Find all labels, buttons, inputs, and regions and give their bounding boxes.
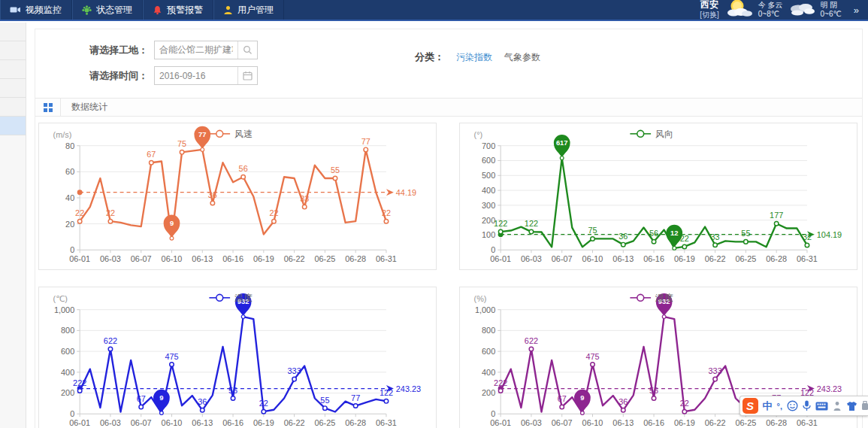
svg-text:9: 9 — [580, 393, 584, 402]
calendar-icon[interactable] — [237, 67, 257, 84]
svg-text:(%): (%) — [474, 294, 487, 303]
svg-text:06-22: 06-22 — [284, 418, 305, 427]
search-icon[interactable] — [237, 41, 257, 59]
sogou-logo-icon[interactable]: S — [742, 398, 758, 414]
weather-tomorrow-desc: 阴 — [830, 1, 837, 9]
svg-text:06-19: 06-19 — [253, 418, 274, 427]
svg-text:77: 77 — [361, 137, 370, 146]
svg-text:06-16: 06-16 — [643, 254, 664, 263]
svg-text:06-10: 06-10 — [582, 418, 603, 427]
nav-item-alert-alarm[interactable]: 预警报警 — [143, 0, 213, 20]
svg-text:06-16: 06-16 — [222, 418, 243, 427]
nav-item-status-manage[interactable]: 状态管理 — [72, 0, 143, 20]
svg-text:06-19: 06-19 — [674, 254, 695, 263]
svg-text:06-16: 06-16 — [222, 254, 243, 263]
chart-panel-wind-speed: 02040608006-0106-0306-0706-1006-1306-160… — [38, 123, 437, 270]
sidebar-item[interactable] — [0, 79, 26, 98]
weather-more-chevron[interactable]: » — [854, 5, 859, 16]
svg-text:333: 333 — [288, 366, 301, 375]
sidebar-item[interactable] — [0, 98, 26, 117]
weather-tomorrow-temp: 0~6℃ — [821, 10, 842, 20]
svg-text:500: 500 — [482, 171, 495, 180]
svg-text:06-19: 06-19 — [253, 254, 274, 263]
svg-text:06-01: 06-01 — [490, 254, 511, 263]
time-input-wrap — [154, 66, 258, 85]
svg-text:06-19: 06-19 — [674, 418, 695, 427]
svg-text:55: 55 — [320, 396, 329, 405]
svg-text:122: 122 — [494, 219, 507, 228]
svg-text:40: 40 — [65, 193, 74, 202]
weather-tomorrow-prefix: 明 — [821, 1, 828, 9]
svg-text:06-28: 06-28 — [345, 418, 366, 427]
emoji-icon[interactable] — [787, 400, 798, 411]
svg-text:67: 67 — [137, 394, 146, 403]
chart-panel-temperature: 02004006008001,00006-0106-0306-0706-1006… — [38, 287, 437, 428]
svg-text:55: 55 — [741, 229, 750, 238]
svg-text:55: 55 — [331, 165, 340, 175]
svg-text:06-07: 06-07 — [552, 254, 573, 263]
svg-text:06-07: 06-07 — [552, 418, 573, 427]
svg-text:33: 33 — [711, 232, 720, 241]
svg-text:06-25: 06-25 — [735, 418, 756, 427]
svg-text:56: 56 — [228, 386, 237, 395]
svg-text:300: 300 — [482, 201, 495, 210]
svg-text:06-10: 06-10 — [162, 254, 183, 263]
svg-text:风向: 风向 — [655, 129, 673, 139]
ime-punctuation-toggle[interactable]: °, — [777, 402, 782, 411]
svg-text:67: 67 — [558, 394, 567, 403]
svg-text:0: 0 — [491, 245, 495, 254]
svg-text:06-07: 06-07 — [131, 418, 152, 427]
svg-text:06-01: 06-01 — [69, 254, 90, 263]
svg-text:06-10: 06-10 — [162, 418, 183, 427]
date-input[interactable] — [155, 67, 237, 84]
skin-shirt-icon[interactable] — [846, 401, 857, 411]
svg-text:20: 20 — [65, 220, 74, 229]
category-pollution-index[interactable]: 污染指数 — [456, 51, 492, 64]
svg-text:06-13: 06-13 — [612, 418, 634, 427]
sidebar-item-active[interactable] — [0, 117, 26, 135]
time-label: 请选择时间： — [35, 69, 148, 83]
weather-today-temp: 0~8℃ — [758, 10, 783, 20]
svg-text:36: 36 — [198, 397, 207, 406]
svg-text:0: 0 — [70, 245, 74, 254]
microphone-icon[interactable] — [803, 400, 811, 411]
handwriting-icon[interactable] — [833, 401, 842, 411]
svg-text:800: 800 — [61, 326, 74, 335]
alarm-bell-icon — [153, 5, 162, 15]
nav-item-label: 预警报警 — [167, 4, 203, 17]
weather-city-switch[interactable]: 西安 [切换] — [700, 0, 719, 19]
site-input[interactable] — [155, 41, 237, 59]
sidebar-item[interactable] — [0, 23, 26, 41]
wind-direction-chart: 010020030040050060070006-0106-0306-0706-… — [460, 123, 857, 269]
svg-text:800: 800 — [482, 326, 495, 335]
svg-text:22: 22 — [382, 208, 391, 217]
svg-text:622: 622 — [525, 336, 538, 345]
svg-text:06-01: 06-01 — [69, 418, 90, 427]
nav-item-label: 用户管理 — [237, 4, 274, 17]
user-icon — [223, 5, 233, 15]
svg-text:77: 77 — [198, 130, 206, 138]
svg-text:湿度: 湿度 — [655, 293, 673, 303]
svg-text:333: 333 — [709, 366, 722, 375]
svg-text:56: 56 — [649, 229, 658, 238]
sidebar-item[interactable] — [0, 41, 26, 60]
nav-item-label: 视频监控 — [26, 4, 62, 17]
svg-text:75: 75 — [588, 226, 597, 235]
category-weather-params[interactable]: 气象参数 — [504, 51, 540, 64]
nav-item-video-monitor[interactable]: 视频监控 — [0, 0, 72, 20]
svg-text:06-22: 06-22 — [705, 254, 726, 263]
svg-text:06-22: 06-22 — [705, 418, 726, 427]
keyboard-icon[interactable] — [815, 402, 828, 411]
svg-text:06-25: 06-25 — [314, 418, 335, 427]
svg-text:222: 222 — [494, 378, 507, 387]
toolbox-icon[interactable] — [862, 401, 868, 411]
ime-lang-toggle[interactable]: 中 — [763, 399, 773, 413]
nav-item-user-manage[interactable]: 用户管理 — [213, 0, 284, 20]
svg-text:100: 100 — [482, 230, 495, 239]
sidebar-item[interactable] — [0, 60, 26, 79]
svg-text:22: 22 — [75, 208, 84, 217]
status-icon — [82, 5, 92, 15]
svg-text:9: 9 — [159, 393, 163, 402]
svg-text:06-25: 06-25 — [735, 254, 756, 263]
svg-text:06-25: 06-25 — [314, 254, 335, 263]
